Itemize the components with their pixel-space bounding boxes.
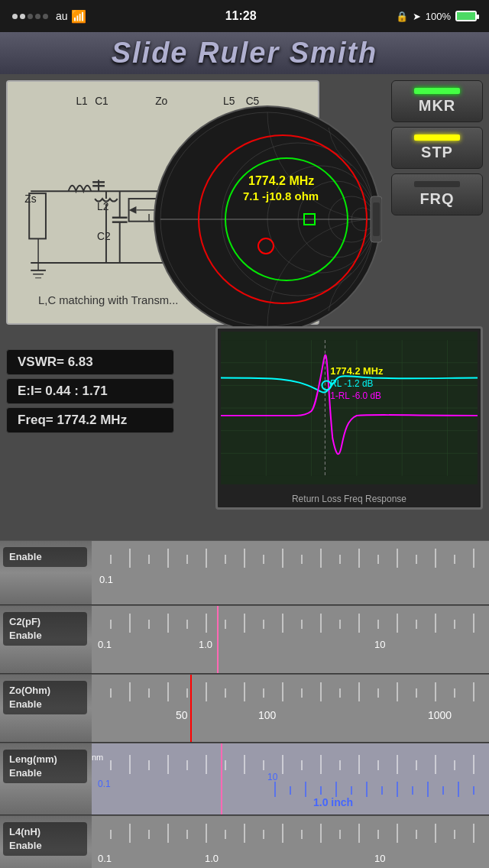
- slider-section-l4: L4(nH) Enable: [0, 815, 489, 868]
- slider-leng-label: Leng(mm) Enable: [3, 750, 87, 783]
- ruler-svg-5: 0.1 1.0 10: [92, 816, 489, 868]
- signal-dots: [12, 14, 48, 19]
- svg-text:100: 100: [258, 709, 277, 721]
- slider-section-leng: Leng(mm) Enable nm: [0, 743, 489, 815]
- svg-text:L1: L1: [76, 95, 87, 107]
- svg-text:1774.2 MHz: 1774.2 MHz: [330, 365, 384, 377]
- freq-response-svg: 1774.2 MHz RL -1.2 dB 1-RL -6.0 dB: [221, 332, 478, 484]
- frq-led: [414, 181, 460, 187]
- main-content: L1 C1 Zo L5 C5 Zs ZL L2 C2 Leng L4 C4: [0, 74, 489, 868]
- arrow-icon: ➤: [413, 11, 421, 22]
- ruler-svg-2: 0.1 1.0 10: [92, 606, 489, 673]
- svg-text:1.0: 1.0: [199, 639, 212, 650]
- svg-text:C2: C2: [97, 230, 111, 242]
- stp-led: [414, 134, 460, 141]
- mkr-label: MKR: [419, 97, 456, 115]
- smith-chart: 1774.2 MHz 7.1 -j10.8 ohm: [153, 105, 382, 334]
- slider-section-zo: Zo(Ohm) Enable: [0, 674, 489, 743]
- battery-percent: 100%: [426, 11, 451, 22]
- app-title-text: Slide Ruler Smith: [112, 37, 378, 70]
- svg-text:0.1: 0.1: [98, 779, 111, 789]
- measurements-panel: VSWR= 6.83 E:I= 0.44 : 1.71 Freq= 1774.2…: [6, 349, 174, 433]
- svg-rect-154: [92, 743, 489, 815]
- svg-text:nm: nm: [92, 753, 103, 762]
- lock-icon: 🔒: [396, 11, 408, 22]
- mkr-led: [414, 88, 460, 94]
- svg-text:1.0: 1.0: [205, 853, 219, 864]
- svg-text:10: 10: [267, 772, 278, 782]
- stp-label: STP: [421, 144, 453, 161]
- slider-c2-ruler[interactable]: 0.1 1.0 10: [92, 606, 489, 673]
- app-title-bar: Slide Ruler Smith: [0, 32, 489, 74]
- vswr-display: VSWR= 6.83: [6, 349, 174, 375]
- frq-label: FRQ: [419, 190, 454, 208]
- status-time: 11:28: [225, 9, 257, 23]
- ei-display: E:I= 0.44 : 1.71: [6, 378, 174, 404]
- slider-zo-ruler[interactable]: 50 100 1000: [92, 675, 489, 742]
- svg-rect-65: [373, 202, 380, 236]
- svg-text:1.0 inch: 1.0 inch: [313, 796, 353, 808]
- status-bar: au 📶 11:28 🔒 ➤ 100%: [0, 0, 489, 32]
- svg-text:Zs: Zs: [24, 193, 36, 205]
- mkr-button[interactable]: MKR: [391, 80, 483, 122]
- battery-icon: [455, 11, 477, 21]
- svg-rect-82: [92, 541, 489, 604]
- svg-text:10: 10: [374, 639, 385, 650]
- carrier-label: au: [56, 10, 68, 22]
- freq-graph-canvas: 1774.2 MHz RL -1.2 dB 1-RL -6.0 dB: [221, 332, 478, 484]
- top-section: L1 C1 Zo L5 C5 Zs ZL L2 C2 Leng L4 C4: [0, 74, 489, 349]
- svg-text:1000: 1000: [428, 709, 452, 721]
- slider-c2-label: C2(pF) Enable: [3, 612, 87, 646]
- slider-enable-label: Enable: [3, 547, 87, 567]
- slider-enable-ruler[interactable]: 0.1: [92, 541, 489, 604]
- slider-section-c2: C2(pF) Enable: [0, 605, 489, 674]
- right-buttons: MKR STP FRQ: [391, 80, 483, 215]
- slider-leng-ruler[interactable]: nm: [92, 743, 489, 815]
- svg-text:10: 10: [374, 853, 385, 864]
- stp-button[interactable]: STP: [391, 127, 483, 169]
- freq-response-graph: 1774.2 MHz RL -1.2 dB 1-RL -6.0 dB Retur…: [215, 326, 483, 510]
- frq-button[interactable]: FRQ: [391, 173, 483, 215]
- ruler-svg-1: 0.1: [92, 541, 489, 604]
- svg-text:1774.2 MHz: 1774.2 MHz: [248, 174, 314, 187]
- status-right: 🔒 ➤ 100%: [396, 11, 477, 22]
- svg-text:RL -1.2 dB: RL -1.2 dB: [330, 378, 373, 389]
- svg-text:0.1: 0.1: [98, 639, 112, 650]
- slider-section-enable: Enable: [0, 540, 489, 605]
- ruler-svg-4: nm: [92, 743, 489, 815]
- status-left: au 📶: [12, 9, 86, 24]
- smith-chart-svg: 1774.2 MHz 7.1 -j10.8 ohm: [153, 105, 382, 334]
- svg-text:50: 50: [176, 709, 188, 721]
- svg-rect-104: [92, 606, 489, 673]
- slider-zo-label: Zo(Ohm) Enable: [3, 681, 87, 714]
- svg-text:C1: C1: [95, 95, 108, 107]
- svg-text:7.1 -j10.8 ohm: 7.1 -j10.8 ohm: [243, 189, 319, 202]
- svg-rect-129: [92, 675, 489, 742]
- freq-graph-title: Return Loss Freq Response: [218, 494, 481, 504]
- svg-text:1-RL -6.0 dB: 1-RL -6.0 dB: [330, 390, 381, 401]
- ruler-svg-3: 50 100 1000: [92, 675, 489, 742]
- freq-display: Freq= 1774.2 MHz: [6, 407, 174, 433]
- slider-l4-label: L4(nH) Enable: [3, 822, 87, 856]
- slider-l4-ruler[interactable]: 0.1 1.0 10: [92, 816, 489, 868]
- svg-text:0.1: 0.1: [99, 574, 113, 585]
- wifi-icon: 📶: [71, 9, 86, 24]
- svg-rect-194: [92, 816, 489, 868]
- svg-text:0.1: 0.1: [98, 853, 112, 864]
